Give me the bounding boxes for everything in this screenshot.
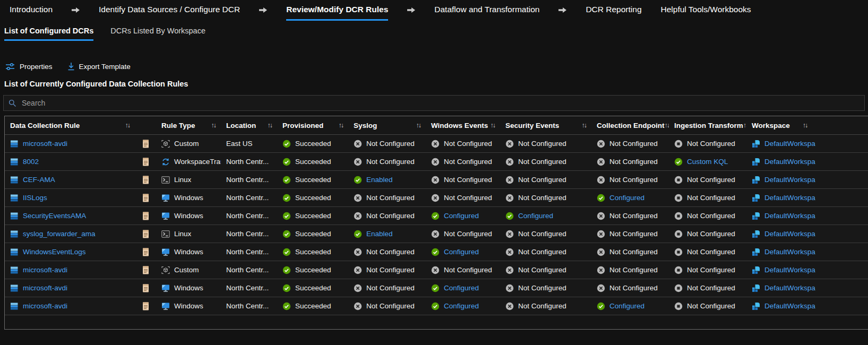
collection-endpoint-status-label: Not Configured xyxy=(609,248,658,256)
column-header[interactable]: Windows Events↑↓ xyxy=(426,116,500,134)
search-input[interactable] xyxy=(21,98,860,108)
windows-events-status-label[interactable]: Configured xyxy=(444,302,479,310)
sort-icon[interactable]: ↑↓ xyxy=(211,122,216,129)
windows-events-status-label[interactable]: Configured xyxy=(444,284,479,292)
tab-dcrs-listed-by-workspace[interactable]: DCRs Listed By Workspace xyxy=(110,27,205,41)
security-events-status-label[interactable]: Configured xyxy=(518,212,553,220)
x-circle-icon xyxy=(354,248,362,256)
search-bar[interactable] xyxy=(3,95,865,111)
nav-tab-helpful-tools-workbooks[interactable]: Helpful Tools/Workbooks xyxy=(661,5,751,21)
workspace-link[interactable]: DefaultWorkspa xyxy=(764,140,815,148)
document-icon[interactable] xyxy=(142,302,149,310)
column-header[interactable]: Workspace↑↓ xyxy=(746,116,868,134)
document-icon[interactable] xyxy=(142,194,149,202)
dcr-name-link[interactable]: microsoft-avdi xyxy=(23,140,67,148)
export-template-button[interactable]: Export Template xyxy=(67,62,131,71)
document-icon[interactable] xyxy=(142,176,149,184)
x-circle-icon xyxy=(597,158,605,166)
dcr-name-link[interactable]: IISLogs xyxy=(23,194,47,202)
table-row[interactable]: WindowsEventLogsWindowsNorth Centr...Suc… xyxy=(5,243,868,261)
collection-endpoint-status-label[interactable]: Configured xyxy=(609,194,644,202)
nav-tab-introduction[interactable]: Introduction xyxy=(10,5,53,21)
collection-endpoint-status-label: Not Configured xyxy=(609,212,658,220)
table-row[interactable]: syslog_forwarder_amaLinuxNorth Centr...S… xyxy=(5,225,868,243)
flow-arrow-icon xyxy=(558,5,566,13)
sort-icon[interactable]: ↑↓ xyxy=(582,122,587,129)
column-header[interactable]: Rule Type↑↓ xyxy=(156,116,221,134)
table-row[interactable]: microsoft-avdiWindowsNorth Centr...Succe… xyxy=(5,279,868,297)
sort-icon[interactable]: ↑↓ xyxy=(665,122,669,129)
sort-icon[interactable]: ↑↓ xyxy=(268,122,272,129)
workspace-link[interactable]: DefaultWorkspa xyxy=(764,248,815,256)
dcr-name-link[interactable]: 8002 xyxy=(23,158,39,166)
x-circle-icon xyxy=(505,230,514,238)
ingestion-transform-status-label[interactable]: Custom KQL xyxy=(687,158,728,166)
workspace-link[interactable]: DefaultWorkspa xyxy=(764,194,815,202)
table-row[interactable]: microsoft-avdiCustomNorth Centr...Succee… xyxy=(5,261,868,279)
table-row[interactable]: 8002WorkspaceTransNorth Centr...Succeede… xyxy=(5,153,868,171)
document-icon[interactable] xyxy=(142,284,149,292)
document-icon[interactable] xyxy=(142,266,149,274)
table-row[interactable]: IISLogsWindowsNorth Centr...SucceededNot… xyxy=(5,189,868,207)
column-header[interactable]: Security Events↑↓ xyxy=(500,116,591,134)
section-title: List of Currently Configured Data Collec… xyxy=(4,80,868,88)
workspace-link[interactable]: DefaultWorkspa xyxy=(764,158,815,166)
workspace-link[interactable]: DefaultWorkspa xyxy=(764,176,815,184)
nav-tab-review-modify-dcr-rules[interactable]: Review/Modify DCR Rules xyxy=(286,5,388,21)
dcr-name-link[interactable]: syslog_forwarder_ama xyxy=(23,230,96,238)
table-row[interactable]: microsoft-avdiWindowsNorth Centr...Succe… xyxy=(5,297,868,315)
column-header[interactable]: Provisioned↑↓ xyxy=(277,116,348,134)
nav-tab-dataflow-and-transformation[interactable]: Dataflow and Transformation xyxy=(434,5,539,21)
workspace-link[interactable]: DefaultWorkspa xyxy=(764,302,815,310)
custom-rule-icon xyxy=(161,140,170,148)
location-cell: North Centr... xyxy=(221,212,277,220)
collection-endpoint-status-label[interactable]: Configured xyxy=(609,302,644,310)
document-icon[interactable] xyxy=(142,212,149,220)
syslog-status-label[interactable]: Enabled xyxy=(366,176,393,184)
dcr-name-link[interactable]: microsoft-avdi xyxy=(23,302,67,310)
sort-icon[interactable]: ↑↓ xyxy=(803,122,807,129)
dcr-name-link[interactable]: SecurityEventsAMA xyxy=(23,212,86,220)
rule-type-label: Windows xyxy=(174,302,203,310)
sort-icon[interactable]: ↑↓ xyxy=(125,122,130,129)
sort-icon[interactable]: ↑↓ xyxy=(339,122,343,129)
windows-events-status-label[interactable]: Configured xyxy=(444,212,479,220)
document-icon[interactable] xyxy=(142,230,149,238)
x-circle-icon xyxy=(505,266,514,274)
dcr-name-link[interactable]: CEF-AMA xyxy=(23,176,55,184)
workspace-link[interactable]: DefaultWorkspa xyxy=(764,230,815,238)
windows-events-status-label[interactable]: Configured xyxy=(444,248,479,256)
workspace-link[interactable]: DefaultWorkspa xyxy=(764,212,815,220)
nav-tab-identify-data-sources-configure-dcr[interactable]: Identify Data Sources / Configure DCR xyxy=(99,5,240,21)
dcr-name-link[interactable]: WindowsEventLogs xyxy=(23,248,86,256)
dcr-resource-icon xyxy=(10,248,19,256)
document-icon[interactable] xyxy=(142,248,149,256)
column-header[interactable]: Data Collection Rule↑↓ xyxy=(5,116,135,134)
tab-list-of-configured-dcrs[interactable]: List of Configured DCRs xyxy=(4,27,93,41)
table-row[interactable]: SecurityEventsAMAWindowsNorth Centr...Su… xyxy=(5,207,868,225)
document-icon[interactable] xyxy=(142,158,149,166)
stop-circle-icon xyxy=(674,176,683,184)
column-header[interactable]: Syslog↑↓ xyxy=(348,116,426,134)
column-header[interactable]: Location↑↓ xyxy=(221,116,277,134)
sort-icon[interactable]: ↑↓ xyxy=(416,122,421,129)
sort-icon[interactable]: ↑↓ xyxy=(491,122,495,129)
rule-type-cell: WorkspaceTrans xyxy=(156,158,221,166)
rule-type-cell: Windows xyxy=(156,284,221,292)
workspace-link[interactable]: DefaultWorkspa xyxy=(764,284,815,292)
table-row[interactable]: CEF-AMALinuxNorth Centr...SucceededEnabl… xyxy=(5,171,868,189)
syslog-status-label[interactable]: Enabled xyxy=(366,230,393,238)
column-header[interactable]: Collection Endpoint↑↓ xyxy=(591,116,669,134)
nav-tab-dcr-reporting[interactable]: DCR Reporting xyxy=(586,5,641,21)
location-cell: North Centr... xyxy=(221,302,277,310)
document-icon[interactable] xyxy=(142,140,149,148)
dcr-name-link[interactable]: microsoft-avdi xyxy=(23,266,67,274)
x-circle-icon xyxy=(354,212,362,220)
workspace-link[interactable]: DefaultWorkspa xyxy=(764,266,815,274)
location-cell: North Centr... xyxy=(221,176,277,184)
dcr-name-cell: microsoft-avdi xyxy=(5,284,135,292)
table-row[interactable]: microsoft-avdiCustomEast USSucceededNot … xyxy=(5,135,868,153)
properties-button[interactable]: Properties xyxy=(5,63,53,71)
dcr-name-link[interactable]: microsoft-avdi xyxy=(23,284,67,292)
column-header[interactable]: Ingestion Transform↑↓ xyxy=(669,116,746,134)
